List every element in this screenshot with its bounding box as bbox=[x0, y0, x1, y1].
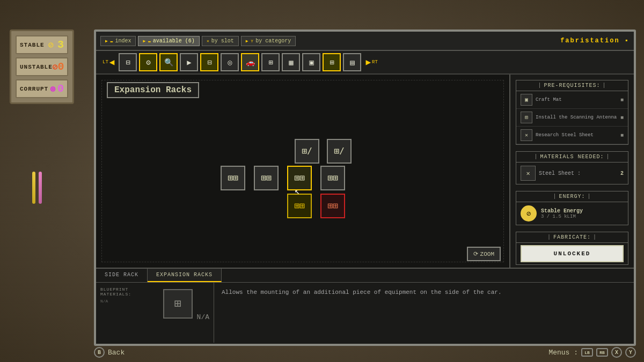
fabricate-title: FABRICATE: bbox=[516, 232, 628, 243]
node-mid-4[interactable]: ⊞⊞ bbox=[320, 166, 345, 190]
blueprint-na-label: N/A bbox=[197, 313, 209, 321]
x-btn: X bbox=[611, 347, 622, 358]
toolbar-btn-4[interactable]: ▶ bbox=[180, 53, 198, 71]
material-item-1: ✕ Steel Sheet : 2 bbox=[516, 162, 628, 184]
prereq-item-1: ▣ Craft Mat ■ bbox=[516, 91, 628, 109]
tb10-icon: ▣ bbox=[309, 58, 313, 67]
node-mid-2[interactable]: ⊞⊞ bbox=[254, 166, 279, 190]
toolbar-btn-7[interactable]: 🚗 bbox=[241, 53, 259, 71]
prereq-label-1: Craft Mat bbox=[536, 97, 562, 102]
prerequisites-title: PRE-REQUISITES: bbox=[516, 80, 628, 91]
node-mid-1-icon: ⊞⊞ bbox=[228, 174, 238, 182]
tab-index-icon: ▶ ▬ bbox=[105, 39, 113, 43]
unstable-label: UNSTABLE bbox=[20, 64, 53, 70]
prereq-icon-1: ▣ bbox=[521, 94, 532, 106]
fab-title-highlight: fab bbox=[560, 37, 575, 45]
tb4-icon: ▶ bbox=[187, 58, 191, 67]
toolbar-btn-10[interactable]: ▣ bbox=[302, 53, 320, 71]
node-mid-4-icon: ⊞⊞ bbox=[327, 174, 338, 182]
tb6-icon: ◎ bbox=[228, 58, 232, 67]
material-icon-1: ✕ bbox=[521, 166, 536, 181]
zoom-icon: ⟳ bbox=[473, 250, 478, 257]
toolbar-left-arrow[interactable]: LT ◀ bbox=[100, 56, 116, 69]
back-btn-badge: B bbox=[94, 347, 105, 358]
tab-slot-icon: ✕ bbox=[207, 39, 209, 43]
toolbar-btn-12[interactable]: ▤ bbox=[343, 53, 361, 71]
fabricate-button[interactable]: UNLOCKED bbox=[521, 245, 624, 262]
toolbar-btn-8[interactable]: ⊞ bbox=[261, 53, 280, 71]
tab-by-category[interactable]: ▶ Y by category bbox=[241, 36, 296, 46]
node-top-1[interactable]: ⊞/ bbox=[295, 139, 319, 164]
node-bot-1-icon: ⊞⊞ bbox=[294, 202, 304, 210]
toolbar-btn-6[interactable]: ◎ bbox=[221, 53, 239, 71]
zoom-label: ZOOM bbox=[480, 251, 494, 257]
toolbar-right-arrow[interactable]: ▶ RT bbox=[363, 56, 379, 69]
materials-title: MATERIALS NEEDED: bbox=[516, 152, 628, 162]
main-screen: ▶ ▬ index ▶ ▬ available (6) ✕ by slot ▶ … bbox=[94, 29, 636, 346]
material-label-1: Steel Sheet : bbox=[539, 171, 581, 176]
node-mid-1[interactable]: ⊞⊞ bbox=[221, 166, 245, 190]
energy-title: ENERGY: bbox=[516, 191, 628, 202]
cable-pink bbox=[39, 172, 42, 204]
stable-icon: ⊘ bbox=[48, 40, 54, 50]
node-top-2[interactable]: ⊞/ bbox=[327, 139, 352, 164]
blueprint-area: Expansion Racks ⊞/ ⊞/ ⊞⊞ ⊞⊞ bbox=[96, 75, 510, 268]
node-mid-3[interactable]: ⊞⊞ bbox=[287, 166, 312, 190]
energy-info: Stable Energy 3 / 1.5 kLIM bbox=[541, 208, 624, 219]
tab-index-label: index bbox=[115, 38, 131, 44]
bottom-tabs: SIDE RACK EXPANSION RACKS bbox=[96, 269, 634, 283]
right-arrow-icon: ▶ bbox=[365, 57, 371, 68]
y-btn: Y bbox=[625, 347, 636, 358]
unstable-status: UNSTABLE ⊘ 0 bbox=[16, 57, 68, 76]
cable-yellow bbox=[32, 172, 35, 204]
tab-available[interactable]: ▶ ▬ available (6) bbox=[138, 36, 199, 46]
toolbar-btn-1[interactable]: ⊟ bbox=[119, 53, 137, 71]
prereq-icon-2: ⊞ bbox=[521, 112, 532, 123]
energy-icon: ⊘ bbox=[521, 205, 537, 221]
toolbar-btn-11[interactable]: ⊞ bbox=[323, 53, 341, 71]
tb3-icon: 🔍 bbox=[164, 58, 173, 67]
node-bot-1[interactable]: ⊞⊞ bbox=[287, 194, 312, 218]
node-bot-2-icon: ⊞⊞ bbox=[327, 202, 338, 210]
toolbar-btn-2[interactable]: ⚙ bbox=[139, 53, 157, 71]
tab-expansion-racks[interactable]: EXPANSION RACKS bbox=[148, 269, 222, 282]
bottom-description: Allows the mounting of an additional pie… bbox=[222, 289, 502, 295]
tb11-icon: ⊞ bbox=[330, 58, 334, 67]
blueprint-na-container: N/A bbox=[197, 289, 209, 338]
tb1-icon: ⊟ bbox=[126, 58, 130, 67]
bottom-preview-row: ⊞ N/A bbox=[163, 289, 209, 338]
back-label: Back bbox=[108, 349, 125, 357]
lt-label: LT bbox=[103, 60, 108, 65]
fab-title-rest: ristation ▪ bbox=[575, 37, 630, 45]
bottom-area: SIDE RACK EXPANSION RACKS BLUEPRINT MATE… bbox=[96, 268, 634, 343]
node-bot-2[interactable]: ⊞⊞ bbox=[320, 194, 345, 218]
status-panel: STABLE ⊘ 3 UNSTABLE ⊘ 0 CORRUPT ⊗ 0 bbox=[10, 29, 74, 104]
bottom-left: BLUEPRINT MATERIALS: N/A ⊞ N/A bbox=[96, 283, 214, 343]
right-panel: PRE-REQUISITES: ▣ Craft Mat ■ ⊞ Install … bbox=[510, 75, 634, 268]
energy-label: Stable Energy bbox=[541, 208, 624, 214]
energy-item: ⊘ Stable Energy 3 / 1.5 kLIM bbox=[516, 202, 628, 225]
zoom-button[interactable]: ⟳ ZOOM bbox=[467, 247, 501, 261]
blueprint-preview-icon: ⊞ bbox=[174, 297, 181, 311]
tab-by-slot[interactable]: ✕ by slot bbox=[202, 36, 239, 46]
tab-side-rack[interactable]: SIDE RACK bbox=[96, 269, 148, 282]
cables bbox=[32, 172, 42, 204]
tb8-icon: ⊞ bbox=[268, 58, 273, 67]
tab-cat-icon: ▶ Y bbox=[246, 39, 253, 43]
tab-available-label: available (6) bbox=[153, 38, 195, 44]
tb2-icon: ⚙ bbox=[146, 58, 150, 67]
tb12-icon: ▤ bbox=[350, 58, 354, 67]
toolbar-btn-5[interactable]: ⊟ bbox=[200, 53, 218, 71]
toolbar-btn-3[interactable]: 🔍 bbox=[159, 53, 178, 71]
tab-available-icon: ▶ ▬ bbox=[143, 39, 150, 43]
corrupt-value: 0 bbox=[57, 83, 64, 95]
corrupt-status: CORRUPT ⊗ 0 bbox=[16, 79, 68, 98]
blueprint-nodes: ⊞/ ⊞/ ⊞⊞ ⊞⊞ ⊞⊞ ⊞⊞ bbox=[96, 107, 509, 268]
content-wrapper: Expansion Racks ⊞/ ⊞/ ⊞⊞ ⊞⊞ bbox=[96, 75, 634, 268]
toolbar-btn-9[interactable]: ▦ bbox=[282, 53, 300, 71]
blueprint-materials-label: BLUEPRINT MATERIALS: bbox=[100, 287, 159, 297]
lb-btn: LB bbox=[581, 348, 593, 357]
tab-index[interactable]: ▶ ▬ index bbox=[100, 36, 136, 46]
toolbar: LT ◀ ⊟ ⚙ 🔍 ▶ ⊟ ◎ 🚗 ⊞ ▦ ▣ ⊞ ▤ ▶ RT bbox=[96, 51, 634, 75]
node-top-2-icon: ⊞/ bbox=[334, 147, 344, 156]
